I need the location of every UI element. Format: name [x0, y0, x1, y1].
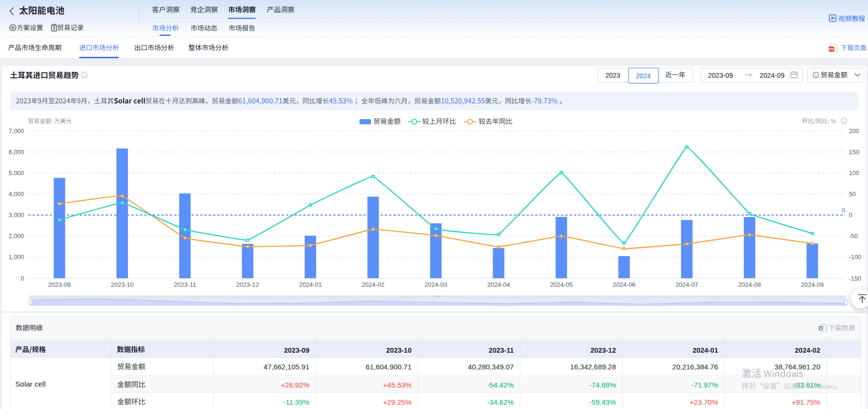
svg-text:2023-11: 2023-11 — [174, 281, 196, 288]
svg-text:-100: -100 — [849, 253, 861, 261]
svg-text:150: 150 — [849, 148, 859, 156]
svg-text:2,000: 2,000 — [9, 232, 24, 240]
svg-text:4,000: 4,000 — [9, 190, 24, 198]
svg-text:2023-09: 2023-09 — [48, 281, 71, 288]
svg-text:7,000: 7,000 — [9, 127, 24, 135]
svg-text:2024-06: 2024-06 — [613, 281, 635, 288]
svg-text:2024-09: 2024-09 — [801, 281, 824, 288]
svg-text:2023-10: 2023-10 — [111, 281, 134, 288]
svg-text:100: 100 — [849, 169, 859, 177]
svg-text:2024-05: 2024-05 — [550, 281, 573, 288]
svg-text:200: 200 — [849, 127, 859, 135]
svg-text:2024-08: 2024-08 — [738, 281, 761, 288]
svg-text:-50: -50 — [849, 232, 858, 240]
svg-text:2024-03: 2024-03 — [424, 281, 447, 288]
svg-text:2024-07: 2024-07 — [676, 281, 699, 288]
svg-text:2024-01: 2024-01 — [299, 281, 322, 288]
svg-text:0: 0 — [849, 211, 852, 219]
svg-text:2024-02: 2024-02 — [362, 281, 385, 288]
svg-text:1,000: 1,000 — [9, 253, 24, 261]
svg-text:0: 0 — [21, 275, 24, 282]
svg-text:-150: -150 — [849, 275, 861, 282]
svg-text:3,000: 3,000 — [9, 211, 24, 219]
svg-text:X: X — [820, 327, 822, 330]
svg-text:2023-12: 2023-12 — [236, 281, 259, 288]
svg-text:6,000: 6,000 — [9, 148, 24, 156]
svg-text:2024-04: 2024-04 — [487, 281, 510, 288]
svg-text:PDF: PDF — [829, 48, 835, 51]
svg-text:0: 0 — [842, 207, 845, 214]
svg-text:5,000: 5,000 — [9, 169, 24, 177]
svg-text:50: 50 — [849, 190, 856, 198]
